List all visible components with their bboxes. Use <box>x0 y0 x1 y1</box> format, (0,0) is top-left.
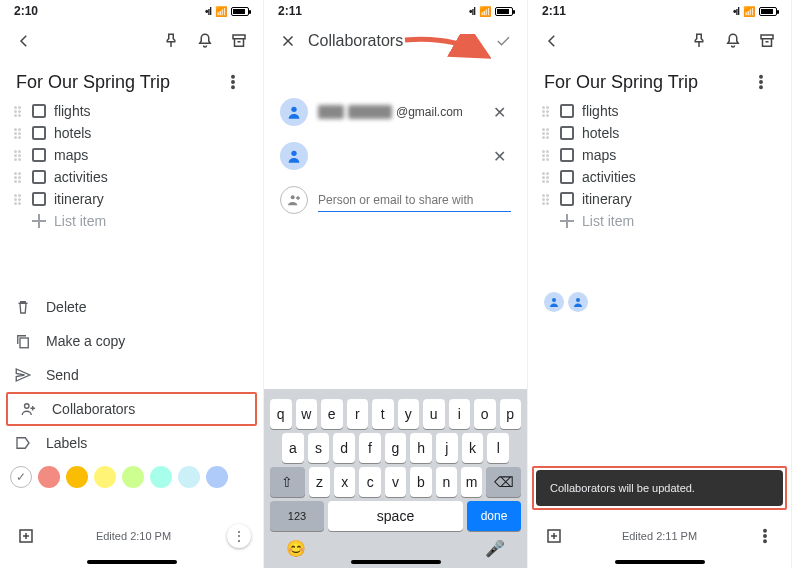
key-u[interactable]: u <box>423 399 445 429</box>
checkbox[interactable] <box>32 104 46 118</box>
checkbox[interactable] <box>560 126 574 140</box>
share-input[interactable] <box>318 189 511 212</box>
more-icon[interactable] <box>219 68 247 96</box>
remove-collaborator[interactable]: ✕ <box>487 103 511 122</box>
emoji-key[interactable]: 😊 <box>286 539 306 558</box>
more-icon[interactable] <box>751 522 779 550</box>
checkbox[interactable] <box>32 148 46 162</box>
list-item[interactable]: maps <box>528 144 791 166</box>
checkbox[interactable] <box>560 170 574 184</box>
key-i[interactable]: i <box>449 399 471 429</box>
color-swatch[interactable] <box>122 466 144 488</box>
menu-delete[interactable]: Delete <box>0 290 263 324</box>
key-t[interactable]: t <box>372 399 394 429</box>
space-key[interactable]: space <box>328 501 463 531</box>
key-o[interactable]: o <box>474 399 496 429</box>
key-h[interactable]: h <box>410 433 432 463</box>
key-m[interactable]: m <box>461 467 482 497</box>
list-item[interactable]: maps <box>0 144 263 166</box>
key-c[interactable]: c <box>359 467 380 497</box>
drag-handle-icon[interactable] <box>542 194 552 205</box>
list-item[interactable]: itinerary <box>528 188 791 210</box>
key-e[interactable]: e <box>321 399 343 429</box>
archive-icon[interactable] <box>225 27 253 55</box>
note-title[interactable]: For Our Spring Trip <box>544 72 698 93</box>
remove-collaborator[interactable]: ✕ <box>487 147 511 166</box>
more-button[interactable]: ⋮ <box>227 524 251 548</box>
archive-icon[interactable] <box>753 27 781 55</box>
avatar-icon[interactable] <box>568 292 588 312</box>
key-p[interactable]: p <box>500 399 522 429</box>
drag-handle-icon[interactable] <box>542 172 552 183</box>
key-j[interactable]: j <box>436 433 458 463</box>
drag-handle-icon[interactable] <box>542 150 552 161</box>
avatar-icon[interactable] <box>544 292 564 312</box>
checkbox[interactable] <box>32 126 46 140</box>
menu-labels[interactable]: Labels <box>0 426 263 460</box>
reminder-icon[interactable] <box>191 27 219 55</box>
key-x[interactable]: x <box>334 467 355 497</box>
key-q[interactable]: q <box>270 399 292 429</box>
mic-key[interactable]: 🎤 <box>485 539 505 558</box>
menu-send[interactable]: Send <box>0 358 263 392</box>
drag-handle-icon[interactable] <box>14 172 24 183</box>
done-key[interactable]: done <box>467 501 521 531</box>
reminder-icon[interactable] <box>719 27 747 55</box>
key-n[interactable]: n <box>436 467 457 497</box>
key-r[interactable]: r <box>347 399 369 429</box>
color-swatch[interactable]: ✓ <box>10 466 32 488</box>
back-button[interactable] <box>10 27 38 55</box>
drag-handle-icon[interactable] <box>542 106 552 117</box>
list-item[interactable]: itinerary <box>0 188 263 210</box>
key-l[interactable]: l <box>487 433 509 463</box>
key-g[interactable]: g <box>385 433 407 463</box>
confirm-button[interactable] <box>489 27 517 55</box>
back-button[interactable] <box>538 27 566 55</box>
color-swatch[interactable] <box>150 466 172 488</box>
color-swatch[interactable] <box>178 466 200 488</box>
menu-collaborators[interactable]: Collaborators <box>6 392 257 426</box>
checkbox[interactable] <box>32 192 46 206</box>
checkbox[interactable] <box>32 170 46 184</box>
close-button[interactable] <box>274 27 302 55</box>
key-d[interactable]: d <box>333 433 355 463</box>
key-s[interactable]: s <box>308 433 330 463</box>
key-k[interactable]: k <box>462 433 484 463</box>
numbers-key[interactable]: 123 <box>270 501 324 531</box>
add-box-icon[interactable] <box>540 522 568 550</box>
key-w[interactable]: w <box>296 399 318 429</box>
list-item[interactable]: hotels <box>528 122 791 144</box>
note-title[interactable]: For Our Spring Trip <box>16 72 170 93</box>
pin-icon[interactable] <box>157 27 185 55</box>
checkbox[interactable] <box>560 104 574 118</box>
color-swatch[interactable] <box>38 466 60 488</box>
add-list-item[interactable]: List item <box>0 210 263 232</box>
key-b[interactable]: b <box>410 467 431 497</box>
drag-handle-icon[interactable] <box>14 150 24 161</box>
menu-copy[interactable]: Make a copy <box>0 324 263 358</box>
backspace-key[interactable]: ⌫ <box>486 467 521 497</box>
add-list-item[interactable]: List item <box>528 210 791 232</box>
key-f[interactable]: f <box>359 433 381 463</box>
drag-handle-icon[interactable] <box>14 106 24 117</box>
key-a[interactable]: a <box>282 433 304 463</box>
shift-key[interactable]: ⇧ <box>270 467 305 497</box>
color-swatch[interactable] <box>94 466 116 488</box>
pin-icon[interactable] <box>685 27 713 55</box>
drag-handle-icon[interactable] <box>14 128 24 139</box>
checkbox[interactable] <box>560 192 574 206</box>
drag-handle-icon[interactable] <box>14 194 24 205</box>
more-icon[interactable] <box>747 68 775 96</box>
color-swatch[interactable] <box>206 466 228 488</box>
drag-handle-icon[interactable] <box>542 128 552 139</box>
list-item[interactable]: flights <box>528 100 791 122</box>
list-item[interactable]: activities <box>0 166 263 188</box>
checkbox[interactable] <box>560 148 574 162</box>
key-z[interactable]: z <box>309 467 330 497</box>
add-box-icon[interactable] <box>12 522 40 550</box>
key-y[interactable]: y <box>398 399 420 429</box>
list-item[interactable]: flights <box>0 100 263 122</box>
key-v[interactable]: v <box>385 467 406 497</box>
list-item[interactable]: activities <box>528 166 791 188</box>
color-swatch[interactable] <box>66 466 88 488</box>
